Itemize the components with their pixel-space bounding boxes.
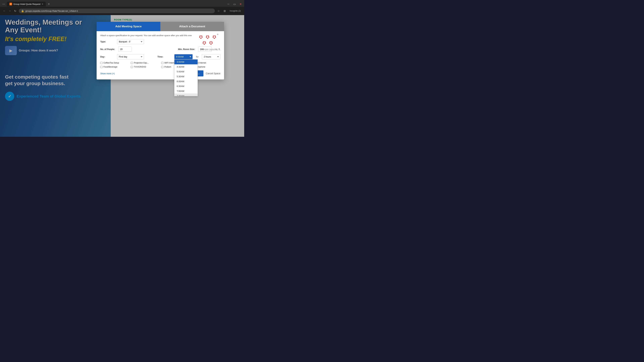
window-minimize-btn[interactable]: ─ <box>226 2 231 6</box>
checkbox-projection-input[interactable] <box>131 62 133 64</box>
min-room-label: Min. Room Size: <box>178 48 195 50</box>
example-layout-label: Example Layout <box>194 48 221 51</box>
day-time-row: Day: First day Second day Third day Time… <box>100 54 220 59</box>
checkbox-coffee-tea-label: Coffee/Tea Setup <box>104 62 119 64</box>
back-button[interactable]: ← <box>2 8 7 13</box>
checkbox-food[interactable]: Food/Beverage <box>100 66 129 68</box>
svg-point-14 <box>215 35 216 36</box>
dropdown-item-430am[interactable]: 4:30AM <box>174 64 198 69</box>
checkbox-coffee-tea[interactable]: Coffee/Tea Setup <box>100 62 129 64</box>
browser-chrome: — Z Group Hotel Quote Request × + ─ ▭ ✕ … <box>0 0 244 15</box>
dropdown-item-700am[interactable]: 7:00AM <box>174 89 198 93</box>
svg-point-20 <box>204 41 206 42</box>
tab-attach-document[interactable]: Attach a Document <box>160 22 224 31</box>
new-tab-button[interactable]: + <box>46 2 51 6</box>
dropdown-item-500am[interactable]: 5:00AM <box>174 69 198 74</box>
type-select[interactable]: Banquet - 5' Banquet - 6' Theater Classr… <box>117 39 144 44</box>
svg-point-2 <box>201 35 202 36</box>
tab-bar: — Z Group Hotel Quote Request × + ─ ▭ ✕ <box>0 0 244 7</box>
duration-select[interactable]: 2 hours 30 min 1 hour <box>202 54 220 59</box>
checkbox-coffee-tea-input[interactable] <box>100 62 102 64</box>
type-label: Type: <box>100 40 114 43</box>
bookmark-button[interactable]: ☆ <box>216 8 221 13</box>
url-bar[interactable]: 🔒 groups.expedia.com/Group-Rate/?locale=… <box>19 8 215 13</box>
layout-svg <box>197 33 218 47</box>
people-input[interactable] <box>118 46 132 52</box>
svg-point-4 <box>202 37 202 38</box>
svg-point-26 <box>211 41 212 42</box>
checkbox-tv-label: TV/VCR/DVD <box>134 66 146 68</box>
svg-rect-30 <box>217 34 218 35</box>
main-content: Weddings, Meetings or Any Event! It's co… <box>0 15 244 137</box>
checkbox-projection[interactable]: Projection Equ... <box>131 62 160 64</box>
svg-point-15 <box>213 37 214 38</box>
tab-favicon: Z <box>10 3 12 5</box>
dropdown-item-400am[interactable]: 4:00AM <box>174 59 198 64</box>
incognito-button[interactable]: Incognito (2) <box>228 8 242 13</box>
checkbox-wifi-input[interactable] <box>161 62 163 64</box>
cancel-space-button[interactable]: Cancel Space <box>206 72 220 75</box>
checkbox-grid: Coffee/Tea Setup Projection Equ... WIFI … <box>100 62 220 68</box>
modal-tabs: Add Meeting Space Attach a Document <box>96 22 224 31</box>
svg-point-23 <box>204 44 205 45</box>
checkbox-podium-input[interactable] <box>161 66 163 68</box>
tab-add-meeting-space[interactable]: Add Meeting Space <box>96 22 160 31</box>
svg-point-13 <box>213 35 214 36</box>
reload-button[interactable]: ↻ <box>13 8 18 13</box>
url-text: groups.expedia.com/Group-Rate/?locale=en… <box>25 10 78 12</box>
dropdown-item-600am[interactable]: 6:00AM <box>174 79 198 84</box>
svg-point-8 <box>208 35 209 36</box>
time-select-wrapper: 9:00AM 4:00AM 4:30AM 5:00AM 5:30AM 6:00A… <box>174 54 193 59</box>
address-bar: ← → ↻ 🔒 groups.expedia.com/Group-Rate/?l… <box>0 7 244 15</box>
people-label: No. of People: <box>100 48 115 50</box>
checkbox-podium-label: Podium <box>164 66 171 68</box>
svg-point-5 <box>200 38 202 39</box>
time-label: Time: <box>158 55 171 58</box>
time-dropdown[interactable]: 4:00AM 4:30AM 5:00AM 5:30AM 6:00AM 6:30A… <box>174 59 198 96</box>
tab-title: Group Hotel Quote Request <box>14 3 40 5</box>
svg-point-3 <box>199 37 200 38</box>
forward-button[interactable]: → <box>8 8 12 13</box>
svg-point-19 <box>203 41 204 42</box>
svg-point-7 <box>206 35 207 36</box>
svg-point-29 <box>210 44 212 45</box>
window-minimize-button[interactable]: — <box>1 2 6 6</box>
window-restore-btn[interactable]: ▭ <box>232 2 237 6</box>
checkbox-tv[interactable]: TV/VCR/DVD <box>131 66 160 68</box>
modal-footer: Show more (+) Add S... Cancel Space <box>100 70 220 76</box>
dropdown-item-630am[interactable]: 6:30AM <box>174 84 198 89</box>
svg-point-28 <box>212 42 213 43</box>
window-close-btn[interactable]: ✕ <box>238 2 243 6</box>
svg-point-25 <box>210 41 211 42</box>
svg-point-16 <box>215 37 216 38</box>
modal-dialog: Add Meeting Space Attach a Document Atta… <box>96 22 224 79</box>
checkbox-food-input[interactable] <box>100 66 102 68</box>
active-tab[interactable]: Z Group Hotel Quote Request × <box>7 2 46 6</box>
svg-point-22 <box>205 42 206 43</box>
for-label: for <box>196 55 198 58</box>
checkbox-projection-label: Projection Equ... <box>134 62 149 64</box>
day-label: Day: <box>100 55 114 58</box>
svg-point-9 <box>206 37 207 38</box>
svg-point-27 <box>209 42 210 43</box>
extensions-button[interactable]: ⊞ <box>222 8 227 13</box>
dropdown-item-530am[interactable]: 5:30AM <box>174 74 198 79</box>
svg-point-11 <box>207 38 208 39</box>
checkbox-tv-input[interactable] <box>131 66 133 68</box>
svg-point-17 <box>214 38 215 39</box>
dropdown-item-730am[interactable]: 7:30AM <box>174 93 198 96</box>
svg-point-1 <box>200 35 200 36</box>
day-select[interactable]: First day Second day Third day <box>117 54 144 59</box>
svg-point-21 <box>202 42 204 43</box>
show-more-link[interactable]: Show more (+) <box>100 72 115 75</box>
example-layout: Example Layout <box>194 33 221 51</box>
svg-point-10 <box>208 37 209 38</box>
checkbox-food-label: Food/Beverage <box>104 66 117 68</box>
time-select[interactable]: 9:00AM <box>174 54 193 59</box>
tab-close-button[interactable]: × <box>42 3 43 5</box>
